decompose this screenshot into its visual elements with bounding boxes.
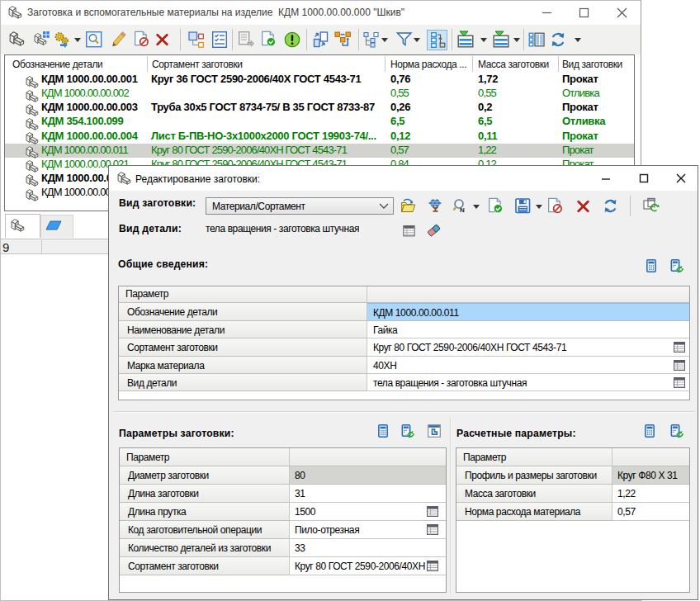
- svg-text:N: N: [460, 206, 465, 214]
